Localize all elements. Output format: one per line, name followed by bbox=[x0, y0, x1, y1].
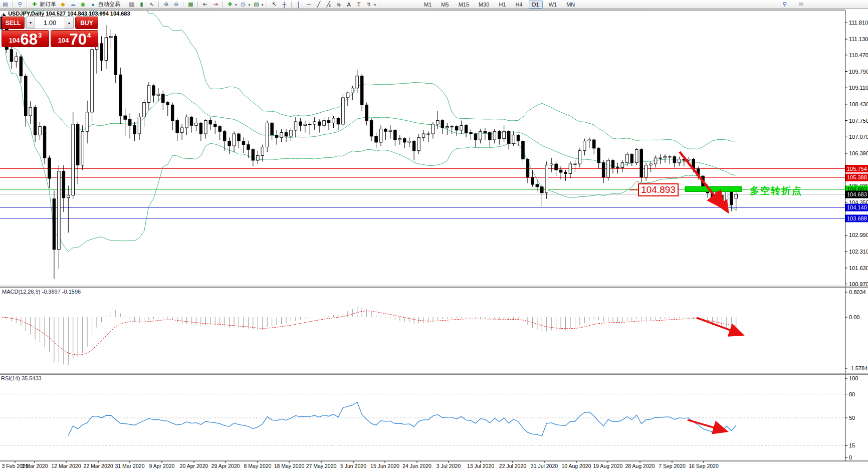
price-tick-label: 101.630 bbox=[849, 265, 868, 271]
sell-price-figure: 104 bbox=[9, 37, 20, 44]
date-tick-label: 16 Sep 2020 bbox=[689, 463, 719, 469]
price-tick-label: 102.310 bbox=[849, 249, 868, 255]
rsi-tick-label: 0 bbox=[849, 454, 852, 460]
rsi-tick-label: 50 bbox=[849, 415, 855, 421]
date-tick-label: 22 Jul 2020 bbox=[499, 463, 526, 469]
axis-price-label-104.14: 104.140 bbox=[845, 204, 868, 211]
turning-point-highlight-bar[interactable] bbox=[685, 186, 742, 192]
date-tick-label: 15 Jun 2020 bbox=[370, 463, 399, 469]
date-tick-label: 12 Mar 2020 bbox=[52, 463, 81, 469]
axis-price-label-105.388: 105.388 bbox=[845, 174, 868, 181]
mt4-window: ▤⚲✚新订单◆☁◉●自动交易▥▮∿⊕⊖▦⇤⇥✚▾◷▾▤▾↖┼│─╱╱E≡FAT↯… bbox=[0, 0, 868, 470]
price-tick-label: 100.970 bbox=[849, 281, 868, 287]
axis-price-label-104.683: 104.683 bbox=[845, 191, 868, 198]
date-tick-label: 27 May 2020 bbox=[306, 463, 337, 469]
buy-price-button[interactable]: 104 70 4 bbox=[51, 30, 98, 47]
price-tick-label: 107.070 bbox=[849, 134, 868, 140]
date-tick-label: 31 Jul 2020 bbox=[531, 463, 558, 469]
sell-button[interactable]: SELL bbox=[2, 17, 25, 29]
date-tick-label: 31 Mar 2020 bbox=[115, 463, 145, 469]
date-tick-label: 18 May 2020 bbox=[274, 463, 305, 469]
volume-spinner: ▼ 1.00 ▲ bbox=[26, 17, 74, 29]
price-tick-label: 107.750 bbox=[849, 118, 868, 124]
chart-canvas: 104.893多空转折点MACD(12,26,9) -0.3697 -0.159… bbox=[0, 0, 868, 470]
macd-indicator-label: MACD(12,26,9) -0.3697 -0.1596 bbox=[2, 289, 81, 295]
date-tick-label: 24 Jun 2020 bbox=[402, 463, 431, 469]
price-tick-label: 108.430 bbox=[849, 101, 868, 107]
macd-tick-label: 0.8034 bbox=[849, 289, 866, 295]
buy-price-point: 4 bbox=[87, 32, 91, 39]
svg-text:105.388: 105.388 bbox=[847, 174, 867, 180]
sell-price-button[interactable]: 104 68 3 bbox=[2, 30, 49, 47]
date-tick-label: 7 Sep 2020 bbox=[659, 463, 686, 469]
chart-title: ◣USDJPY,Daily 104.527 104.843 103.994 10… bbox=[3, 11, 130, 17]
rsi-indicator-label: RSI(14) 35.5433 bbox=[1, 375, 42, 381]
price-tick-label: 109.110 bbox=[849, 85, 868, 91]
chart-title-text: USDJPY,Daily 104.527 104.843 103.994 104… bbox=[8, 11, 130, 17]
price-tick-label: 110.470 bbox=[849, 52, 868, 58]
date-tick-label: 3 Jul 2020 bbox=[437, 463, 461, 469]
volume-decrease-button[interactable]: ▼ bbox=[26, 17, 35, 29]
buy-button[interactable]: BUY bbox=[75, 17, 98, 29]
date-tick-label: 5 Jun 2020 bbox=[340, 463, 366, 469]
chart-symbol-icon: ◣ bbox=[3, 12, 6, 17]
price-tick-label: 102.990 bbox=[849, 232, 868, 238]
date-tick-label: 13 Jul 2020 bbox=[467, 463, 494, 469]
turning-point-label[interactable]: 多空转折点 bbox=[750, 185, 802, 196]
date-tick-label: 10 Aug 2020 bbox=[562, 463, 591, 469]
date-tick-label: 9 Apr 2020 bbox=[149, 463, 175, 469]
rsi-tick-label: 15 bbox=[849, 442, 855, 448]
date-tick-label: 8 May 2020 bbox=[244, 463, 272, 469]
svg-text:104.683: 104.683 bbox=[847, 191, 867, 197]
date-tick-label: 20 Apr 2020 bbox=[180, 463, 208, 469]
macd-tick-label: 0.00 bbox=[849, 314, 859, 320]
svg-text:105.754: 105.754 bbox=[847, 166, 867, 172]
date-tick-label: 28 Aug 2020 bbox=[625, 463, 655, 469]
volume-value[interactable]: 1.00 bbox=[35, 17, 65, 29]
buy-price-figure: 104 bbox=[58, 37, 69, 44]
macd-tick-label: -1.5784 bbox=[849, 365, 867, 371]
rsi-tick-label: 100 bbox=[849, 375, 858, 381]
price-tick-label: 111.130 bbox=[849, 36, 868, 42]
axis-price-label-103.688: 103.688 bbox=[845, 214, 868, 222]
axis-price-label-105.754: 105.754 bbox=[845, 165, 868, 172]
date-tick-label: 22 Mar 2020 bbox=[84, 463, 113, 469]
price-callout-text: 104.893 bbox=[641, 184, 676, 195]
sell-price-point: 3 bbox=[38, 32, 42, 39]
price-tick-label: 111.810 bbox=[849, 20, 868, 26]
sell-price-pips: 68 bbox=[20, 33, 37, 46]
rsi-tick-label: 80 bbox=[849, 391, 855, 397]
price-tick-label: 106.390 bbox=[849, 150, 868, 156]
date-tick-label: 29 Apr 2020 bbox=[211, 463, 240, 469]
buy-price-pips: 70 bbox=[69, 33, 86, 46]
date-tick-label: 3 Mar 2020 bbox=[21, 463, 48, 469]
price-tick-label: 109.790 bbox=[849, 69, 868, 75]
svg-text:103.688: 103.688 bbox=[847, 215, 867, 221]
svg-text:104.140: 104.140 bbox=[847, 204, 867, 210]
date-tick-label: 19 Aug 2020 bbox=[593, 463, 623, 469]
volume-increase-button[interactable]: ▲ bbox=[65, 17, 74, 29]
one-click-trading-panel: SELL ▼ 1.00 ▲ BUY 104 68 3 104 70 4 bbox=[2, 17, 98, 47]
